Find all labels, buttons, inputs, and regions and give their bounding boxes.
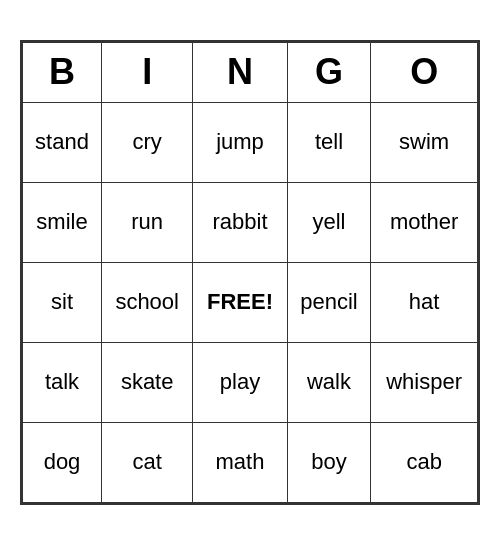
cell-cat: cat xyxy=(102,422,193,502)
cell-whisper: whisper xyxy=(371,342,478,422)
cell-swim: swim xyxy=(371,102,478,182)
cell-cry: cry xyxy=(102,102,193,182)
header-o: O xyxy=(371,42,478,102)
cell-school: school xyxy=(102,262,193,342)
cell-run: run xyxy=(102,182,193,262)
cell-stand: stand xyxy=(23,102,102,182)
cell-mother: mother xyxy=(371,182,478,262)
table-row: smile run rabbit yell mother xyxy=(23,182,478,262)
bingo-card: B I N G O stand cry jump tell swim smile… xyxy=(20,40,480,505)
cell-play: play xyxy=(193,342,287,422)
header-i: I xyxy=(102,42,193,102)
table-row: dog cat math boy cab xyxy=(23,422,478,502)
table-row: talk skate play walk whisper xyxy=(23,342,478,422)
cell-rabbit: rabbit xyxy=(193,182,287,262)
table-row: sit school FREE! pencil hat xyxy=(23,262,478,342)
cell-dog: dog xyxy=(23,422,102,502)
header-g: G xyxy=(287,42,371,102)
cell-cab: cab xyxy=(371,422,478,502)
cell-tell: tell xyxy=(287,102,371,182)
header-row: B I N G O xyxy=(23,42,478,102)
cell-yell: yell xyxy=(287,182,371,262)
table-row: stand cry jump tell swim xyxy=(23,102,478,182)
cell-hat: hat xyxy=(371,262,478,342)
cell-pencil: pencil xyxy=(287,262,371,342)
bingo-table: B I N G O stand cry jump tell swim smile… xyxy=(22,42,478,503)
cell-talk: talk xyxy=(23,342,102,422)
cell-skate: skate xyxy=(102,342,193,422)
cell-jump: jump xyxy=(193,102,287,182)
cell-walk: walk xyxy=(287,342,371,422)
cell-math: math xyxy=(193,422,287,502)
header-n: N xyxy=(193,42,287,102)
cell-sit: sit xyxy=(23,262,102,342)
cell-free: FREE! xyxy=(193,262,287,342)
header-b: B xyxy=(23,42,102,102)
cell-boy: boy xyxy=(287,422,371,502)
cell-smile: smile xyxy=(23,182,102,262)
